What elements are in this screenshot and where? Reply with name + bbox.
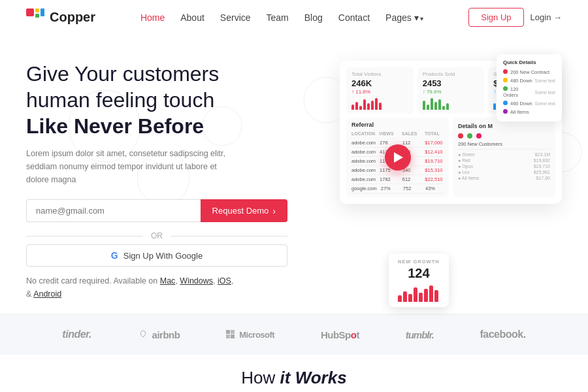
nav-item-home[interactable]: Home <box>140 12 165 23</box>
table-header: LOCATION VIEWS SALES TOTAL <box>351 131 444 136</box>
bar-1 <box>351 105 354 110</box>
gb-5 <box>419 293 423 302</box>
pbar-5 <box>438 99 441 110</box>
demo-button[interactable]: Request Demo › <box>201 199 287 222</box>
svg-rect-1 <box>35 8 39 12</box>
nav-item-blog[interactable]: Blog <box>304 12 323 23</box>
nav-link-service[interactable]: Service <box>220 12 251 23</box>
qd-value-3: Some text <box>534 101 555 106</box>
details-header: ● Green$23.1M <box>458 152 550 157</box>
nav-link-about[interactable]: About <box>180 12 204 23</box>
stat-products-bars <box>423 97 480 110</box>
play-button[interactable] <box>385 144 411 171</box>
ebar-1 <box>493 103 496 110</box>
link-android[interactable]: Android <box>33 289 61 299</box>
hero-right: Quick Details 200 New Contract 480 Down … <box>287 54 562 314</box>
email-demo-row: Request Demo › <box>26 199 287 222</box>
stat-visitors-change: ↑ 11.6% <box>351 89 408 95</box>
nav-item-service[interactable]: Service <box>220 12 251 23</box>
svg-rect-13 <box>226 335 230 338</box>
nav-link-contact[interactable]: Contact <box>338 12 370 23</box>
nav-link-team[interactable]: Team <box>267 12 289 23</box>
stat-visitors-value: 246K <box>351 78 408 88</box>
nav-actions: Sign Up Login → <box>468 8 562 27</box>
details-row-opus: ● Opus$19,710 <box>458 164 550 169</box>
demo-arrow-icon: › <box>272 206 276 216</box>
svg-rect-3 <box>41 8 44 16</box>
tumblr-text: tumblr. <box>406 329 434 340</box>
microsoft-icon <box>226 330 235 339</box>
logo-microsoft: Microsoft <box>226 330 274 340</box>
qd-row-0: 200 New Contract <box>503 68 555 76</box>
dot-pink <box>476 133 482 139</box>
stat-visitors-label: Total Visitors <box>351 71 408 77</box>
airbnb-text: airbnb <box>152 329 180 340</box>
gb-4 <box>414 287 417 302</box>
pbar-2 <box>427 105 429 110</box>
pbar-7 <box>446 103 449 110</box>
stat-visitors-bars <box>351 97 408 110</box>
link-windows[interactable]: Windows <box>180 276 213 286</box>
stat-card-products: Products Sold 2453 ↑ 79.6% <box>417 67 485 114</box>
referral-table: Referral LOCATION VIEWS SALES TOTAL adob… <box>346 118 449 197</box>
table-row: google.com 27% 752 43% <box>351 184 444 193</box>
table-row: adobe.com 1782 612 $22,510 <box>351 175 444 184</box>
qd-dot-4 <box>503 109 508 114</box>
qd-row-2: 120 Orders Some text <box>503 85 555 99</box>
email-input[interactable] <box>26 199 201 222</box>
gb-7 <box>429 286 433 302</box>
bar-8 <box>379 103 382 110</box>
pbar-6 <box>442 106 445 110</box>
navbar: Copper Home About Service Team Blog Cont… <box>0 0 588 35</box>
hubspot-text: HubSpot <box>321 329 359 340</box>
gb-2 <box>403 291 407 302</box>
link-ios[interactable]: iOS <box>218 276 231 286</box>
quick-details-title: Quick Details <box>503 59 555 65</box>
nav-link-pages[interactable]: Pages ▾ <box>385 12 423 23</box>
qd-dot-2 <box>503 86 508 91</box>
login-button[interactable]: Login → <box>531 12 562 22</box>
logo-icon <box>26 8 44 27</box>
details-row1: 200 New Customers <box>458 141 550 147</box>
nav-item-contact[interactable]: Contact <box>338 12 370 23</box>
qd-dot-1 <box>503 78 508 82</box>
referral-title: Referral <box>351 122 444 128</box>
microsoft-text: Microsoft <box>239 330 274 340</box>
hero-heading: Give Your customers human feeling touch … <box>26 61 287 139</box>
svg-rect-0 <box>26 8 34 16</box>
pbar-4 <box>434 102 437 110</box>
or-text: OR <box>151 231 163 240</box>
hero-left: Give Your customers human feeling touch … <box>26 54 287 314</box>
nav-link-home[interactable]: Home <box>140 12 165 23</box>
new-growth-value: 124 <box>398 266 440 281</box>
qd-value-1: Some text <box>534 78 555 83</box>
qd-label-0: 200 New Contract <box>510 69 549 75</box>
gb-8 <box>434 290 438 302</box>
airbnb-icon <box>138 329 148 340</box>
logo-text: Copper <box>50 10 95 25</box>
details-title: Details on M <box>458 123 550 129</box>
svg-rect-12 <box>231 330 235 334</box>
demo-button-label: Request Demo <box>212 206 269 216</box>
nav-link-blog[interactable]: Blog <box>304 12 323 23</box>
logo[interactable]: Copper <box>26 8 95 27</box>
new-growth-card: NEW GROWTH 124 <box>389 253 449 307</box>
bar-3 <box>359 106 362 110</box>
nav-links: Home About Service Team Blog Contact Pag… <box>140 12 424 23</box>
qd-label-1: 480 Down <box>510 78 532 84</box>
signup-button[interactable]: Sign Up <box>468 8 523 27</box>
logos-section: tinder. airbnb Microsoft HubSpot tumblr.… <box>0 314 588 355</box>
google-signup-button[interactable]: G Sign Up With Google <box>26 244 287 267</box>
col-location: LOCATION <box>351 131 375 136</box>
nav-item-about[interactable]: About <box>180 12 204 23</box>
how-heading-normal: How <box>241 368 280 387</box>
heading-bold: Like Never Before <box>26 114 204 138</box>
growth-bars <box>398 284 440 302</box>
how-heading: How it Works <box>26 368 562 388</box>
nav-item-team[interactable]: Team <box>267 12 289 23</box>
bar-7 <box>375 98 378 110</box>
logo-facebook: facebook. <box>480 329 525 340</box>
nav-item-pages[interactable]: Pages ▾ <box>385 12 423 23</box>
how-section: How it Works <box>0 355 588 388</box>
link-mac[interactable]: Mac <box>160 276 176 286</box>
